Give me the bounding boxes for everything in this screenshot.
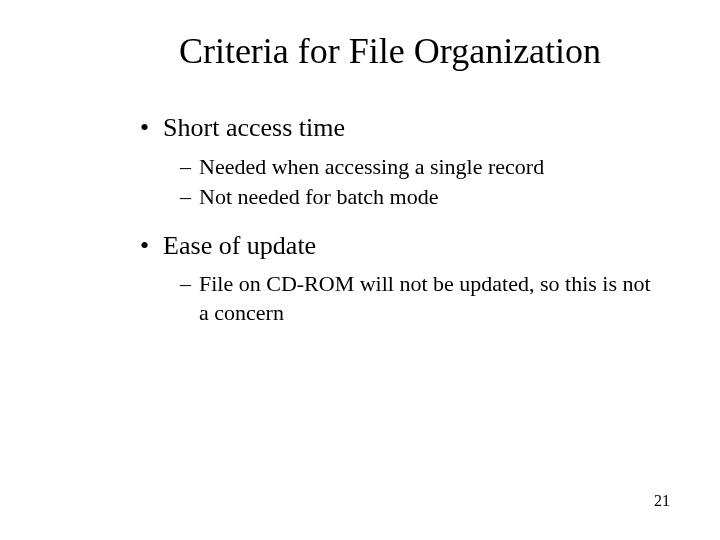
dash-marker: –: [180, 153, 191, 182]
sub-item: – Needed when accessing a single record: [180, 153, 670, 182]
sub-text: Not needed for batch mode: [199, 183, 438, 212]
bullet-marker: •: [140, 112, 149, 143]
bullet-text: Ease of update: [163, 230, 316, 263]
sub-item: – File on CD-ROM will not be updated, so…: [180, 270, 670, 327]
sub-item: – Not needed for batch mode: [180, 183, 670, 212]
slide-content: • Short access time – Needed when access…: [140, 112, 670, 327]
sub-text: Needed when accessing a single record: [199, 153, 544, 182]
slide-title: Criteria for File Organization: [110, 30, 670, 72]
bullet-item: • Ease of update: [140, 230, 670, 263]
bullet-marker: •: [140, 230, 149, 261]
sub-items: – File on CD-ROM will not be updated, so…: [180, 270, 670, 327]
page-number: 21: [654, 492, 670, 510]
dash-marker: –: [180, 183, 191, 212]
bullet-text: Short access time: [163, 112, 345, 145]
sub-text: File on CD-ROM will not be updated, so t…: [199, 270, 659, 327]
bullet-item: • Short access time: [140, 112, 670, 145]
sub-items: – Needed when accessing a single record …: [180, 153, 670, 212]
dash-marker: –: [180, 270, 191, 299]
